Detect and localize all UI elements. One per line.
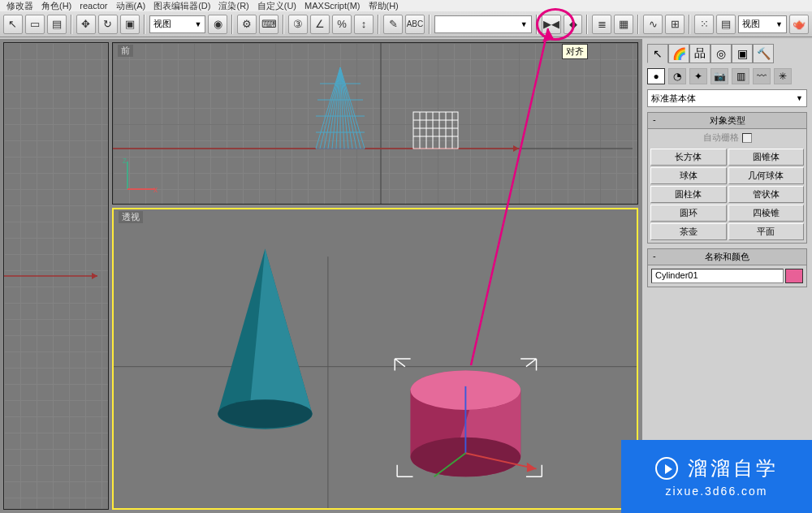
- svg-text:z: z: [123, 157, 127, 165]
- manipulate-icon[interactable]: ⚙: [237, 15, 257, 34]
- autogrid-row: 自动栅格: [648, 129, 806, 146]
- reference-system-dropdown[interactable]: 视图▼: [149, 15, 206, 33]
- rotate-tool-icon[interactable]: ↻: [98, 15, 118, 34]
- dropdown-label: 视图: [153, 18, 171, 30]
- percent-snap-icon[interactable]: %: [332, 15, 352, 34]
- align-tooltip: 对齐: [562, 44, 588, 59]
- main-toolbar: ↖ ▭ ▤ ✥ ↻ ▣ 视图▼ ◉ ⚙ ⌨ ③ ∠ % ↕ ✎ ABC ▼ ▶◀…: [0, 11, 812, 37]
- modify-tab-icon[interactable]: 🌈: [668, 44, 689, 63]
- display-tab-icon[interactable]: ▣: [732, 44, 753, 63]
- tube-button[interactable]: 管状体: [728, 186, 805, 203]
- sphere-button[interactable]: 球体: [650, 167, 727, 184]
- keyboard-shortcut-toggle-icon[interactable]: ⌨: [259, 15, 279, 34]
- geometry-category-icon[interactable]: ●: [647, 68, 665, 84]
- separator: [231, 15, 233, 34]
- material-slots-icon[interactable]: ⁙: [694, 15, 714, 34]
- menu-character[interactable]: 角色(H): [41, 0, 71, 12]
- separator: [536, 15, 538, 34]
- motion-tab-icon[interactable]: ◎: [710, 44, 732, 63]
- viewport-perspective[interactable]: 透视: [112, 208, 638, 510]
- cone-button[interactable]: 圆锥体: [728, 149, 805, 166]
- helpers-category-icon[interactable]: ▥: [732, 68, 749, 84]
- autogrid-label: 自动栅格: [703, 131, 739, 144]
- render-teapot-icon[interactable]: 🫖: [789, 15, 809, 34]
- object-type-rollout: -对象类型 自动栅格 长方体 圆锥体 球体 几何球体 圆柱体 管状体 圆环 四棱…: [647, 112, 807, 244]
- viewport-perspective-label: 透视: [119, 211, 143, 223]
- select-name-icon[interactable]: ▤: [47, 15, 67, 34]
- spacewarps-category-icon[interactable]: 〰: [753, 68, 771, 84]
- geosphere-button[interactable]: 几何球体: [728, 167, 805, 184]
- menu-grapheditor[interactable]: 图表编辑器(D): [153, 0, 210, 12]
- menu-modifiers[interactable]: 修改器: [6, 0, 33, 12]
- letter-box-icon[interactable]: ABC: [405, 15, 425, 34]
- header-label: 名称和颜色: [705, 252, 749, 261]
- viewport-area: 前 zx 透视: [0, 39, 641, 513]
- align-icon[interactable]: ◆: [564, 15, 583, 34]
- render-setup-icon[interactable]: ▤: [716, 15, 736, 34]
- systems-category-icon[interactable]: ✳: [774, 68, 792, 84]
- spinner-snap-icon[interactable]: ↕: [354, 15, 374, 34]
- primitive-type-dropdown[interactable]: 标准基本体▼: [647, 89, 807, 107]
- layers-icon[interactable]: ≣: [592, 15, 611, 34]
- box-button[interactable]: 长方体: [650, 149, 727, 166]
- cylinder-button[interactable]: 圆柱体: [650, 186, 727, 203]
- object-type-header[interactable]: -对象类型: [648, 113, 806, 129]
- separator: [144, 15, 145, 34]
- primitive-buttons: 长方体 圆锥体 球体 几何球体 圆柱体 管状体 圆环 四棱锥 茶壶 平面: [648, 146, 806, 243]
- menu-help[interactable]: 帮助(H): [369, 0, 399, 12]
- menu-maxscript[interactable]: MAXScript(M): [304, 1, 360, 11]
- header-label: 对象类型: [710, 115, 745, 125]
- viewport-left[interactable]: [3, 42, 109, 510]
- object-name-input[interactable]: Cylinder01: [651, 269, 784, 283]
- play-icon: [655, 457, 678, 480]
- select-region-icon[interactable]: ▭: [25, 15, 45, 34]
- shapes-category-icon[interactable]: ◔: [668, 68, 686, 84]
- name-color-header[interactable]: -名称和颜色: [648, 249, 806, 265]
- angle-snap-icon[interactable]: ∠: [310, 15, 330, 34]
- watermark-url: zixue.3d66.com: [665, 485, 767, 498]
- move-tool-icon[interactable]: ✥: [76, 15, 96, 34]
- separator: [429, 15, 430, 34]
- render-view-dropdown[interactable]: 视图▼: [738, 15, 787, 33]
- svg-text:x: x: [153, 185, 158, 194]
- viewport-front[interactable]: 前 zx: [112, 42, 638, 205]
- scale-tool-icon[interactable]: ▣: [120, 15, 140, 34]
- schematic-view-icon[interactable]: ⊞: [665, 15, 685, 34]
- watermark: 溜溜自学 zixue.3d66.com: [621, 440, 812, 513]
- pyramid-button[interactable]: 四棱锥: [728, 205, 805, 222]
- lights-category-icon[interactable]: ✦: [689, 68, 707, 84]
- snap-toggle-icon[interactable]: ③: [288, 15, 308, 34]
- plane-button[interactable]: 平面: [728, 223, 805, 240]
- dropdown-label: 标准基本体: [651, 93, 696, 105]
- teapot-button[interactable]: 茶壶: [650, 223, 727, 240]
- pivot-center-icon[interactable]: ◉: [208, 15, 227, 34]
- edit-named-icon[interactable]: ✎: [383, 15, 403, 34]
- menu-customize[interactable]: 自定义(U): [257, 0, 296, 12]
- autogrid-checkbox[interactable]: [742, 133, 752, 143]
- object-color-swatch[interactable]: [785, 269, 803, 283]
- separator: [586, 15, 588, 34]
- separator: [689, 15, 690, 34]
- svg-marker-3: [92, 273, 97, 279]
- select-tool-icon[interactable]: ↖: [3, 15, 23, 34]
- cameras-category-icon[interactable]: 📷: [710, 68, 728, 84]
- dropdown-label: 视图: [742, 18, 760, 30]
- utilities-tab-icon[interactable]: 🔨: [753, 44, 774, 63]
- separator: [283, 15, 284, 34]
- create-tab-icon[interactable]: ↖: [647, 44, 668, 63]
- svg-point-24: [218, 399, 312, 428]
- mirror-icon[interactable]: ▶◀: [542, 15, 561, 34]
- separator: [378, 15, 379, 34]
- torus-button[interactable]: 圆环: [650, 205, 727, 222]
- menu-animation[interactable]: 动画(A): [116, 0, 146, 12]
- menu-render[interactable]: 渲染(R): [218, 0, 248, 12]
- menu-bar: 修改器 角色(H) reactor 动画(A) 图表编辑器(D) 渲染(R) 自…: [0, 0, 812, 11]
- layer-manager-icon[interactable]: ▦: [614, 15, 633, 34]
- selection-set-dropdown[interactable]: ▼: [434, 15, 532, 33]
- hierarchy-tab-icon[interactable]: 品: [689, 44, 710, 63]
- curve-editor-icon[interactable]: ∿: [643, 15, 663, 34]
- name-color-rollout: -名称和颜色 Cylinder01: [647, 248, 807, 287]
- viewport-front-label: 前: [118, 45, 133, 57]
- menu-reactor[interactable]: reactor: [80, 1, 107, 11]
- separator: [637, 15, 639, 34]
